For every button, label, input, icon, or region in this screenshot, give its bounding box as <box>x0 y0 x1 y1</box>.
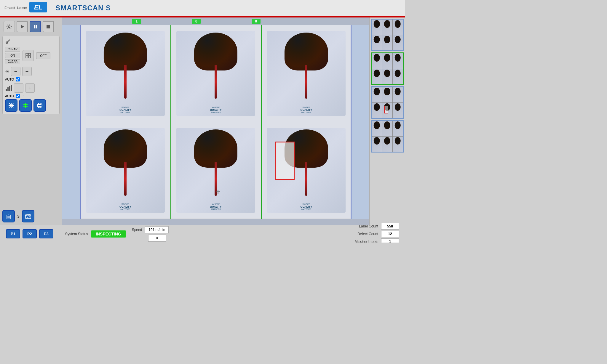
p1-button[interactable]: P1 <box>6 229 20 238</box>
thumb-cell-2-5 <box>382 69 392 84</box>
side-panel-left <box>62 25 80 219</box>
action-button-2[interactable] <box>19 99 32 112</box>
thumb-cell-2-6 <box>393 69 403 84</box>
auto-checkbox-2[interactable] <box>16 94 20 98</box>
speed-section: Speed 191 m/min 0 <box>132 226 169 242</box>
thumb-cell-1-2 <box>382 20 392 35</box>
thumbnail-4[interactable] <box>371 120 404 153</box>
sun-icon: ☀ <box>5 69 9 74</box>
thumb-defect-indicator <box>384 106 388 113</box>
thumb-cell-1-1 <box>372 20 382 35</box>
clear-button-1[interactable]: CLEAR <box>5 47 20 52</box>
header: Erhardt+Leimer EL SMARTSCAN S <box>0 0 405 16</box>
company-name: Erhardt+Leimer <box>4 6 27 10</box>
thumb-cell-3-5 <box>382 103 392 118</box>
svg-rect-15 <box>9 86 10 91</box>
thumbnail-1[interactable] <box>371 19 404 51</box>
brightness-row: ☀ − + <box>5 67 57 76</box>
label-cell-1-2: WHERE QUALITY MATTERS <box>170 25 261 122</box>
thumb-cell-1-3 <box>393 20 403 35</box>
label-text-1-2: WHERE QUALITY MATTERS <box>210 106 222 113</box>
auto-checkbox-1[interactable] <box>16 77 20 81</box>
thumb-cell-3-6 <box>393 103 403 118</box>
thumb-cell-2-1 <box>372 53 382 69</box>
clear-button-2[interactable]: CLEAR <box>5 59 20 64</box>
label-count-value: 558 <box>381 223 399 230</box>
label-text-2-3: WHERE QUALITY MATTERS <box>301 203 312 210</box>
system-status-section: System Status INSPECTING <box>65 230 126 238</box>
thumb-cell-3-4 <box>372 103 382 118</box>
cursor-indicator: ✛ <box>216 189 220 195</box>
auto-label-2: AUTO <box>5 94 14 98</box>
label-cell-1-3: WHERE QUALITY MATTERS <box>261 25 352 122</box>
app-title: SMARTSCAN S <box>55 4 111 12</box>
defect-count-label: Defect Count <box>349 232 378 236</box>
settings-button[interactable] <box>4 21 15 32</box>
thumb-cell-3-2 <box>382 87 392 102</box>
system-status-value: INSPECTING <box>91 230 126 238</box>
svg-rect-5 <box>36 25 37 28</box>
p2-button[interactable]: P2 <box>23 229 37 238</box>
thumbnail-3[interactable] <box>371 86 404 119</box>
label-text-2-1: WHERE QUALITY MATTERS <box>119 203 131 210</box>
bars-row: − + <box>5 83 57 93</box>
right-panel <box>369 17 405 225</box>
label-cell-2-1: WHERE QUALITY MATTERS <box>80 122 170 219</box>
defect-rectangle <box>275 142 295 180</box>
action-button-1[interactable] <box>5 99 17 112</box>
main-viewer: 1 0 0 0 WHERE QUALITY MATTERS <box>62 17 369 225</box>
label-text-1-3: WHERE QUALITY MATTERS <box>301 106 312 113</box>
auto-value: 1 <box>23 94 25 98</box>
svg-point-2 <box>8 26 10 28</box>
svg-rect-16 <box>11 85 12 91</box>
defect-count-value: 12 <box>381 231 399 237</box>
play-button[interactable] <box>17 21 28 32</box>
speed-value: 191 m/min <box>145 226 169 233</box>
stop-button[interactable] <box>43 21 54 32</box>
svg-rect-12 <box>28 56 31 58</box>
thumb-cell-2-3 <box>393 53 403 69</box>
bottom-left-buttons: 3 <box>2 210 60 222</box>
thumb-cell-4-1 <box>372 121 382 136</box>
svg-rect-9 <box>26 53 28 55</box>
thumb-cell-1-6 <box>393 35 403 51</box>
vline-blue-right <box>351 25 352 219</box>
p3-button[interactable]: P3 <box>39 229 53 238</box>
snapshot-button[interactable] <box>22 210 34 222</box>
label-cell-2-3: WHERE QUALITY MATTERS <box>261 122 352 219</box>
brightness-minus-button[interactable]: − <box>11 67 20 76</box>
channel-indicators: 1 0 0 0 <box>62 17 369 25</box>
grid-view-button[interactable] <box>23 50 34 61</box>
missing-labels-label: Missing Labels <box>349 240 378 243</box>
thumb-cell-1-4 <box>372 35 382 51</box>
svg-marker-3 <box>21 25 24 28</box>
label-text-2-2: WHERE QUALITY MATTERS <box>210 203 222 210</box>
thumb-cell-4-3 <box>393 121 403 136</box>
bars-plus-button[interactable]: + <box>25 83 35 93</box>
defect-count-row: Defect Count 12 <box>349 231 399 237</box>
channel-3-indicator: 0 <box>252 19 261 24</box>
bars-minus-button[interactable]: − <box>14 83 23 93</box>
pause-button[interactable] <box>30 21 41 32</box>
control-header <box>5 39 57 44</box>
missing-labels-row: Missing Labels 1 <box>349 238 399 243</box>
system-status-label: System Status <box>65 232 88 236</box>
svg-rect-10 <box>28 53 31 55</box>
thumbnail-2[interactable] <box>371 52 404 85</box>
svg-rect-13 <box>6 89 7 91</box>
wine-label-1-1: WHERE QUALITY MATTERS <box>86 31 165 116</box>
main-control-group: CLEAR ON CLEAR OFF ☀ − + <box>2 36 60 114</box>
svg-point-24 <box>37 103 42 108</box>
speed-label: Speed <box>132 228 142 232</box>
wine-label-2-2: WHERE QUALITY MATTERS <box>176 128 255 213</box>
p-buttons: P1 P2 P3 <box>6 229 53 238</box>
off-button[interactable]: OFF <box>36 52 50 59</box>
auto-row-1: AUTO <box>5 77 57 81</box>
brightness-plus-button[interactable]: + <box>22 67 32 76</box>
trash-count: 3 <box>17 214 20 219</box>
channel-2-indicator: 0 <box>192 19 201 24</box>
action-button-3[interactable] <box>33 99 46 112</box>
wine-label-1-2: WHERE QUALITY MATTERS <box>176 31 255 116</box>
on-button[interactable]: ON <box>5 53 20 58</box>
trash-button[interactable] <box>2 210 15 222</box>
